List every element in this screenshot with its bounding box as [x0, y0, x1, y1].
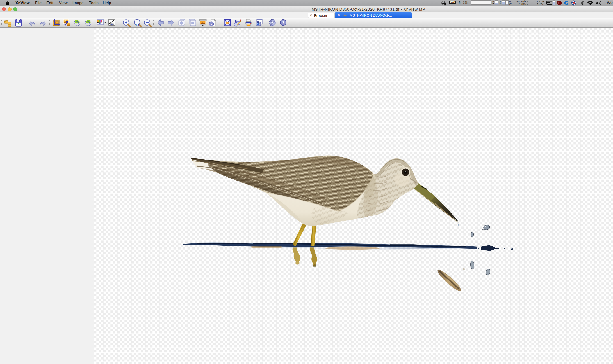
svg-text:1:1: 1:1	[136, 24, 139, 27]
svg-text:?: ?	[17, 22, 20, 27]
svg-text:?: ?	[282, 20, 284, 25]
svg-text:S: S	[558, 1, 560, 5]
